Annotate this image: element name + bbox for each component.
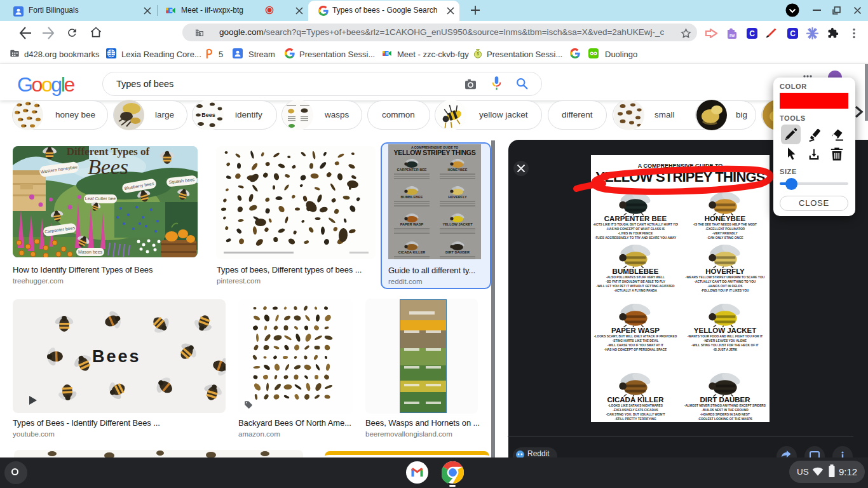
- svg-text:C: C: [790, 29, 796, 38]
- svg-text:rw: rw: [729, 33, 735, 37]
- svg-text:Bees: Bees: [201, 112, 215, 118]
- svg-text:$: $: [477, 51, 479, 56]
- svg-text:Bees: Bees: [88, 155, 128, 179]
- svg-text:C: C: [749, 29, 755, 38]
